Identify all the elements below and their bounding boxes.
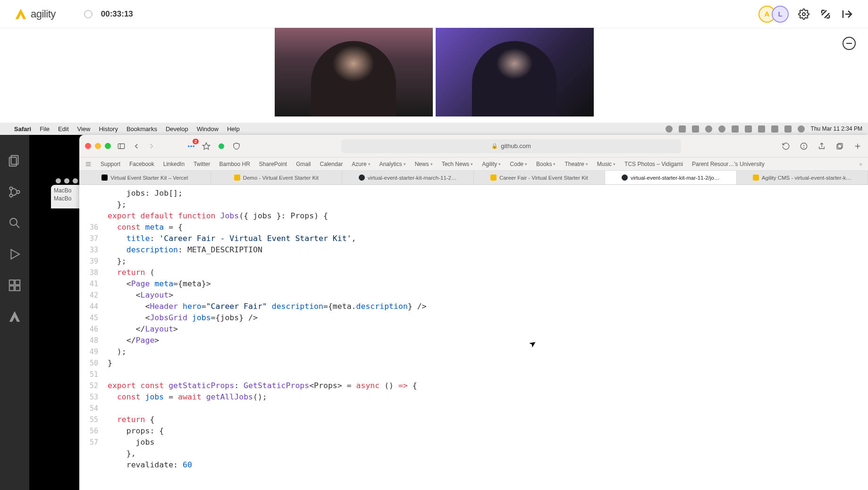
code-line: }; [79, 199, 868, 210]
bookmark-item[interactable]: Theatre▾ [565, 161, 588, 167]
minimize-window-icon[interactable] [95, 143, 101, 149]
search-icon[interactable] [8, 216, 22, 230]
shared-screen: Safari File Edit View History Bookmarks … [0, 123, 868, 490]
new-tab-icon[interactable] [853, 141, 862, 151]
participant-video-2[interactable] [436, 28, 594, 116]
tray-icon[interactable] [784, 125, 792, 133]
forward-button[interactable] [147, 141, 156, 151]
avatar-2[interactable]: L [772, 6, 789, 23]
menu-view[interactable]: View [77, 125, 91, 133]
code-line: 56 props: { [79, 425, 868, 437]
bookmark-item[interactable]: Azure▾ [352, 161, 370, 167]
source-control-icon[interactable] [8, 185, 22, 199]
extensions-icon[interactable] [8, 278, 22, 292]
bookmark-item[interactable]: Calendar [320, 161, 343, 167]
menubar-clock[interactable]: Thu Mar 11 2:34 PM [811, 125, 862, 132]
menu-edit[interactable]: Edit [58, 125, 68, 133]
bookmark-item[interactable]: Analytics▾ [379, 161, 406, 167]
bookmark-item[interactable]: News▾ [415, 161, 433, 167]
files-icon[interactable] [8, 154, 22, 168]
bookmark-star-icon[interactable] [202, 141, 211, 151]
tab-overview-icon[interactable]: 2 [186, 141, 196, 151]
sidebar-toggle-icon[interactable] [117, 141, 126, 151]
code-line: 39 }; [79, 256, 868, 267]
tray-icon[interactable] [732, 125, 739, 133]
bookmark-menu-icon[interactable] [85, 161, 92, 167]
reader-icon[interactable] [799, 141, 809, 151]
line-number [79, 459, 108, 471]
participant-avatars[interactable]: A L [758, 6, 789, 23]
bookmark-item[interactable]: Bamboo HR [219, 161, 250, 167]
participant-video-1[interactable] [275, 28, 433, 116]
agility-icon[interactable] [8, 309, 22, 324]
browser-tab[interactable]: Demo - Virtual Event Starter Kit [211, 171, 343, 184]
tray-icon[interactable] [705, 125, 712, 133]
debug-icon[interactable] [8, 247, 22, 261]
bookmark-item[interactable]: SharePoint [259, 161, 287, 167]
bookmark-item[interactable]: Agility▾ [482, 161, 501, 167]
bookmark-item[interactable]: TCS Photos – Vidigami [624, 161, 683, 167]
menu-file[interactable]: File [40, 125, 50, 133]
browser-tabs: Virtual Event Starter Kit – VercelDemo -… [79, 171, 868, 185]
line-number: 33 [79, 244, 108, 256]
zoom-window-icon[interactable] [105, 143, 111, 149]
bookmark-item[interactable]: Support [101, 161, 120, 167]
tray-icon[interactable] [798, 125, 805, 133]
tray-icon[interactable] [758, 125, 765, 133]
menu-bookmarks[interactable]: Bookmarks [126, 125, 157, 133]
bookmarks-overflow-icon[interactable]: » [859, 161, 862, 167]
close-window-icon[interactable] [85, 143, 91, 149]
code-line: 51 [79, 369, 868, 380]
reload-icon[interactable] [781, 141, 791, 151]
line-text: description: META_DESCRIPTION [108, 244, 262, 256]
finder-sidebar-peek: MacBo MacBo [51, 185, 79, 208]
bookmark-item[interactable]: Code▾ [510, 161, 527, 167]
active-app-name[interactable]: Safari [14, 125, 31, 133]
tray-icon[interactable] [679, 125, 686, 133]
back-button[interactable] [132, 141, 141, 151]
bookmark-item[interactable]: Twitter [194, 161, 210, 167]
tray-icon[interactable] [692, 125, 699, 133]
shield-icon[interactable] [232, 141, 241, 151]
line-text: revalidate: 60 [108, 459, 192, 471]
brand-name: agility [31, 8, 56, 20]
address-bar[interactable]: 🔒 github.com [341, 139, 681, 153]
exit-button[interactable] [841, 8, 854, 21]
line-number [79, 199, 108, 210]
tray-icon[interactable] [771, 125, 778, 133]
bookmark-item[interactable]: Facebook [129, 161, 154, 167]
bookmark-item[interactable]: Parent Resour…'s University [692, 161, 765, 167]
bookmark-item[interactable]: Gmail [296, 161, 311, 167]
tray-icon[interactable] [718, 125, 725, 133]
browser-tab[interactable]: Virtual Event Starter Kit – Vercel [79, 171, 211, 184]
fullscreen-button[interactable] [819, 8, 832, 21]
code-line: 53 const jobs = await getAllJobs(); [79, 391, 868, 403]
tray-icon[interactable] [745, 125, 752, 133]
tray-icon[interactable] [666, 125, 673, 133]
menu-help[interactable]: Help [227, 125, 240, 133]
code-line: 41 <Page meta={meta}> [79, 278, 868, 290]
line-number: 57 [79, 437, 108, 448]
app-menus: File Edit View History Bookmarks Develop… [40, 125, 240, 133]
settings-button[interactable] [797, 8, 810, 21]
menu-window[interactable]: Window [197, 125, 219, 133]
finder-item[interactable]: MacBo [54, 187, 76, 195]
extension-icon[interactable] [217, 141, 226, 151]
bookmark-item[interactable]: LinkedIn [163, 161, 185, 167]
bookmark-item[interactable]: Music▾ [597, 161, 615, 167]
menu-history[interactable]: History [99, 125, 118, 133]
collapse-videos-button[interactable] [843, 37, 856, 50]
code-viewer[interactable]: jobs: Job[]; };export default function J… [79, 185, 868, 490]
tabs-icon[interactable] [835, 141, 844, 151]
bookmark-item[interactable]: Tech News▾ [442, 161, 473, 167]
menu-develop[interactable]: Develop [166, 125, 188, 133]
browser-tab[interactable]: Career Fair - Virtual Event Starter Kit [474, 171, 606, 184]
browser-tab[interactable]: Agility CMS - virtual-event-starter-k… [737, 171, 868, 184]
bookmark-item[interactable]: Books▾ [536, 161, 556, 167]
share-icon[interactable] [817, 141, 826, 151]
line-number: 54 [79, 403, 108, 414]
finder-item[interactable]: MacBo [54, 195, 76, 203]
browser-tab[interactable]: virtual-event-starter-kit-mar-11-2/jo… [605, 171, 737, 184]
browser-tab[interactable]: virtual-event-starter-kit-march-11-2… [342, 171, 474, 184]
svg-point-14 [188, 145, 189, 146]
